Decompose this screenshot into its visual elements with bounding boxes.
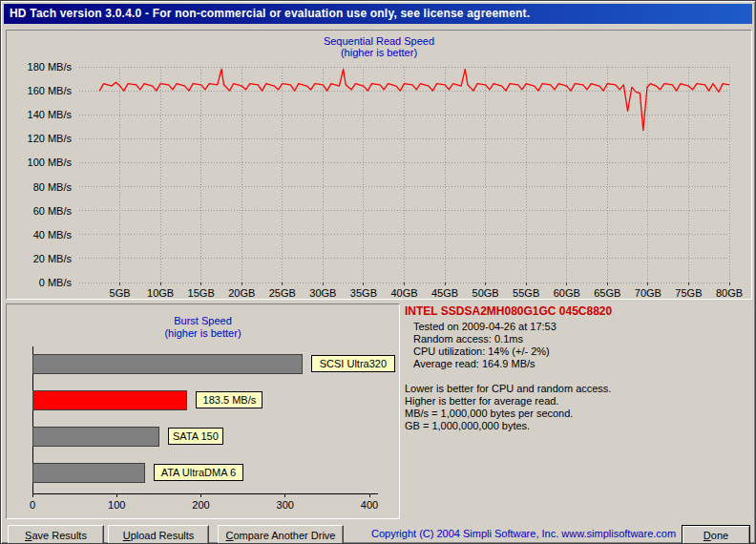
note-line: GB = 1,000,000,000 bytes.: [405, 420, 752, 432]
svg-text:SCSI Ultra320: SCSI Ultra320: [320, 358, 387, 369]
svg-text:0: 0: [30, 499, 35, 511]
note-line: MB/s = 1,000,000 bytes per second.: [405, 408, 752, 420]
svg-text:183.5 MB/s: 183.5 MB/s: [203, 394, 257, 406]
random-access-line: Random access: 0.1ms: [413, 333, 752, 345]
svg-text:200: 200: [192, 499, 209, 511]
svg-text:40 MB/s: 40 MB/s: [33, 229, 73, 241]
done-button[interactable]: Done: [682, 525, 750, 544]
svg-text:55GB: 55GB: [513, 287, 539, 299]
svg-text:50GB: 50GB: [472, 287, 499, 299]
cpu-utilization-line: CPU utilization: 14% (+/- 2%): [413, 345, 752, 358]
title-bar: HD Tach version 3.0.4.0 - For non-commer…: [4, 4, 752, 24]
svg-text:15GB: 15GB: [188, 287, 215, 299]
svg-text:65GB: 65GB: [594, 287, 620, 299]
drive-info-panel: INTEL SSDSA2MH080G1GC 045C8820 Tested on…: [405, 304, 752, 432]
svg-text:40GB: 40GB: [390, 287, 417, 299]
window-title: HD Tach version 3.0.4.0 - For non-commer…: [10, 7, 530, 20]
note-line: Higher is better for average read.: [405, 395, 752, 408]
svg-text:80GB: 80GB: [716, 287, 743, 299]
svg-text:400: 400: [361, 499, 378, 511]
svg-text:SATA 150: SATA 150: [173, 430, 219, 442]
svg-text:70GB: 70GB: [635, 287, 662, 299]
svg-text:140 MB/s: 140 MB/s: [28, 109, 73, 120]
svg-text:80 MB/s: 80 MB/s: [33, 181, 73, 193]
svg-text:ATA UltraDMA 6: ATA UltraDMA 6: [161, 467, 236, 478]
average-read-line: Average read: 164.9 MB/s: [413, 358, 752, 370]
sequential-read-chart: 0 MB/s20 MB/s40 MB/s60 MB/s80 MB/s100 MB…: [8, 59, 750, 300]
copyright-text: Copyright (C) 2004 Simpli Software, Inc.…: [371, 528, 676, 539]
svg-text:20 MB/s: 20 MB/s: [33, 253, 73, 264]
burst-chart-subtitle: (higher is better): [7, 327, 399, 339]
burst-speed-chart: 0100200300400SCSI Ultra320183.5 MB/sSATA…: [8, 339, 399, 516]
sequential-read-panel: Sequential Read Speed (higher is better)…: [6, 30, 752, 300]
svg-text:0 MB/s: 0 MB/s: [39, 277, 73, 288]
hd-tach-window: HD Tach version 3.0.4.0 - For non-commer…: [0, 0, 756, 544]
burst-speed-panel: Burst Speed (higher is better) 010020030…: [6, 303, 400, 519]
svg-text:120 MB/s: 120 MB/s: [28, 133, 73, 144]
svg-text:180 MB/s: 180 MB/s: [28, 61, 73, 73]
svg-text:100 MB/s: 100 MB/s: [28, 157, 73, 168]
notes-block: Lower is better for CPU and random acces…: [405, 383, 752, 432]
drive-model: INTEL SSDSA2MH080G1GC 045C8820: [405, 304, 752, 318]
svg-text:25GB: 25GB: [269, 287, 296, 299]
svg-text:10GB: 10GB: [147, 287, 174, 299]
svg-text:30GB: 30GB: [309, 287, 336, 299]
tested-on-line: Tested on 2009-04-26 at 17:53: [413, 321, 752, 333]
save-results-button[interactable]: Save Results: [8, 525, 104, 544]
svg-text:100: 100: [108, 499, 125, 511]
sequential-chart-subtitle: (higher is better): [7, 47, 751, 58]
svg-text:75GB: 75GB: [675, 287, 702, 299]
svg-text:60 MB/s: 60 MB/s: [33, 205, 73, 217]
svg-text:300: 300: [277, 499, 294, 511]
svg-text:45GB: 45GB: [431, 287, 458, 299]
svg-text:5GB: 5GB: [110, 287, 131, 299]
burst-chart-title: Burst Speed: [7, 315, 399, 326]
compare-another-drive-button[interactable]: Compare Another Drive: [218, 525, 344, 544]
svg-text:20GB: 20GB: [228, 287, 255, 299]
note-line: Lower is better for CPU and random acces…: [405, 383, 752, 395]
sequential-chart-title: Sequential Read Speed: [7, 35, 751, 47]
svg-text:35GB: 35GB: [350, 287, 377, 299]
upload-results-button[interactable]: Upload Results: [108, 525, 209, 544]
svg-text:60GB: 60GB: [554, 287, 580, 299]
svg-text:160 MB/s: 160 MB/s: [28, 85, 73, 96]
